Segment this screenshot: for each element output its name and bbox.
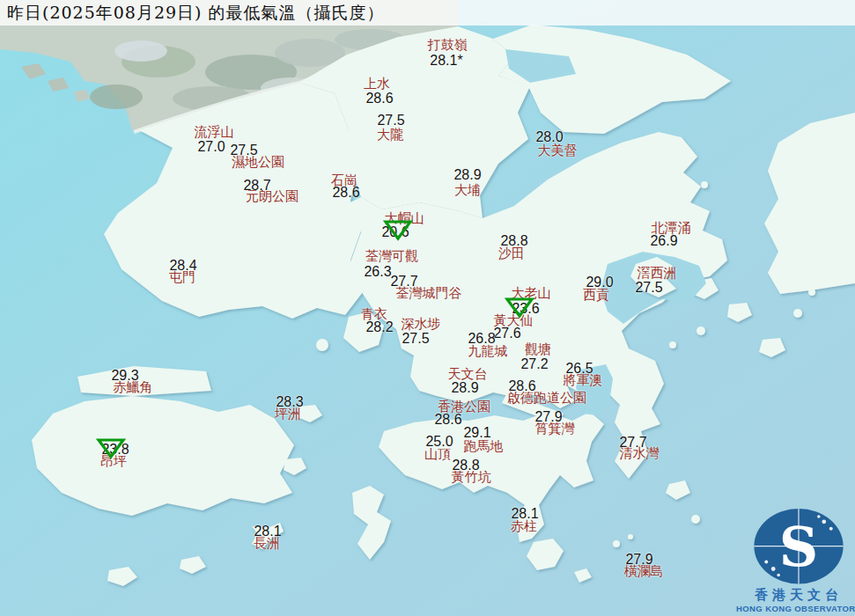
stations-layer: 打鼓嶺28.1*上水28.6大隴27.5流浮山27.0濕地公園27.5元朗公園2… (0, 0, 855, 616)
station-value: 27.5 (402, 332, 429, 346)
station-label: 荃灣可觀 (365, 250, 418, 263)
station-value: 28.7 (243, 179, 270, 193)
station-value: 29.3 (111, 369, 138, 383)
station-label: 赤柱 (511, 520, 537, 533)
station-label: 流浮山 (195, 126, 234, 139)
station-value: 28.4 (169, 259, 196, 273)
station-value: 27.7 (390, 275, 417, 289)
svg-text:S: S (779, 515, 818, 579)
station-value: 27.7 (619, 436, 646, 450)
station-value: 27.0 (197, 140, 225, 154)
station-label: 大美督 (538, 144, 578, 158)
station-value: 25.0 (425, 435, 453, 449)
station-value: 27.5 (377, 114, 404, 128)
min-temp-marker-icon (383, 218, 413, 241)
station-label: 九龍城 (468, 345, 508, 358)
station-value: 29.0 (586, 275, 613, 290)
station-label: 滘西洲 (638, 267, 677, 280)
station-label: 沙田 (498, 247, 525, 260)
min-temp-marker-icon (505, 296, 534, 319)
station-value: 28.6 (434, 413, 461, 427)
station-value: 28.3 (276, 395, 303, 409)
station-value: 28.1 (254, 524, 281, 539)
station-value: 28.0 (535, 130, 563, 144)
station-value: 27.5 (230, 143, 257, 158)
station-value: 28.9 (453, 168, 481, 182)
hko-logo-name-zh: 香港天文台 (755, 588, 843, 603)
station-value: 28.1 (511, 507, 538, 521)
station-label: 山頂 (424, 448, 451, 461)
station-label: 大隴 (377, 128, 403, 142)
station-value: 28.6 (365, 92, 393, 106)
hko-logo: S 香港天文台 HONG KONG OBSERVATORY (744, 506, 853, 613)
station-value: 27.9 (625, 553, 652, 567)
station-value: 28.6 (332, 186, 359, 200)
hko-emblem-icon: S (747, 506, 851, 586)
station-value: 26.9 (650, 234, 677, 248)
station-label: 深水埗 (402, 318, 441, 331)
map-title: 昨日(2025年08月29日) 的最低氣溫（攝氏度） (7, 2, 385, 25)
station-label: 觀塘 (525, 343, 551, 356)
min-temp-marker-icon (96, 436, 126, 459)
station-value: 28.9 (451, 381, 478, 395)
station-label: 跑馬地 (464, 440, 504, 453)
station-value: 28.1* (430, 54, 462, 68)
station-label: 天文台 (448, 368, 488, 381)
hko-logo-name-en: HONG KONG OBSERVATORY (736, 604, 855, 613)
station-value: 29.1 (463, 426, 490, 440)
station-label: 上水 (364, 77, 390, 91)
station-value: 27.9 (534, 410, 562, 424)
station-value: 26.3 (364, 265, 391, 279)
station-label: 西貢 (583, 289, 609, 302)
station-value: 26.5 (565, 362, 593, 376)
station-value: 26.8 (468, 332, 495, 346)
station-label: 打鼓嶺 (428, 39, 468, 52)
station-value: 28.8 (452, 458, 479, 473)
station-value: 28.8 (500, 234, 527, 248)
station-value: 27.5 (635, 281, 662, 295)
station-value: 27.2 (520, 357, 548, 371)
station-value: 28.6 (508, 379, 535, 393)
station-value: 28.2 (365, 320, 393, 334)
station-value: 27.6 (493, 326, 520, 341)
weather-map-page: 昨日(2025年08月29日) 的最低氣溫（攝氏度） 打鼓嶺28.1*上水28.… (0, 0, 855, 616)
station-label: 大埔 (454, 184, 481, 197)
title-bar: 昨日(2025年08月29日) 的最低氣溫（攝氏度） (0, 0, 855, 26)
